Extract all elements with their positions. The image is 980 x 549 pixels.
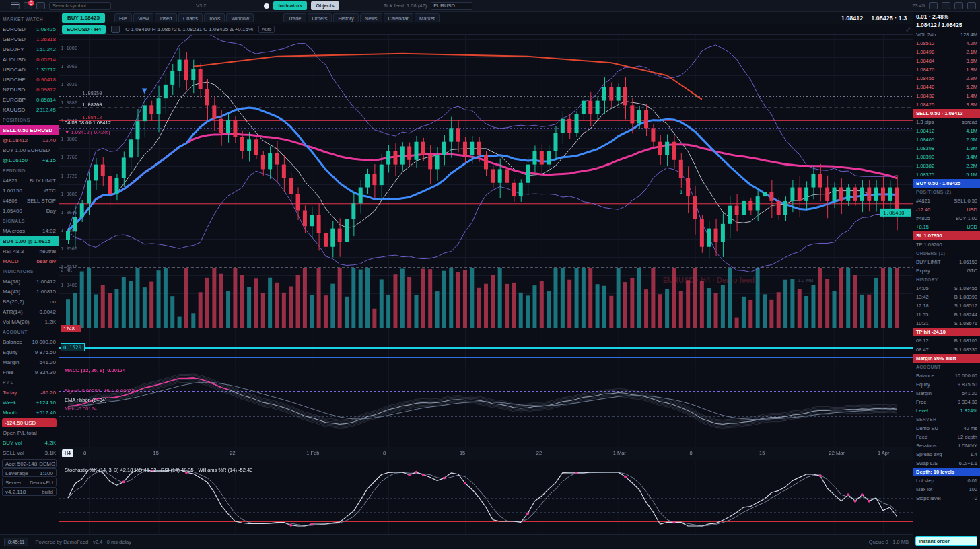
list-item[interactable]: 1.084701.8M	[913, 65, 980, 74]
list-item[interactable]: Month+512.40	[0, 408, 59, 418]
symbol-tag[interactable]: EURUSD · H4	[62, 25, 106, 34]
menu-item-insert[interactable]: Insert	[155, 13, 177, 22]
menu-icon[interactable]	[11, 2, 20, 9]
list-item[interactable]: BUY vol4.2K	[0, 438, 59, 448]
list-item[interactable]: SELL vol3.1K	[0, 448, 59, 458]
list-item[interactable]: MACDbear div	[0, 256, 59, 266]
list-item[interactable]: SessionsLDN/NY	[913, 441, 980, 450]
list-item[interactable]: 09:12B 1.08105	[913, 336, 980, 345]
list-item[interactable]: RSI 48.3neutral	[0, 246, 59, 256]
list-item[interactable]: @1.08412-12.40	[0, 135, 59, 145]
list-item[interactable]: Margin541.20	[913, 389, 980, 398]
list-item[interactable]: Equity9 875.50	[0, 347, 59, 357]
list-item[interactable]: 12:18S 1.08512	[913, 301, 980, 310]
objects-button[interactable]: Objects	[311, 1, 339, 10]
list-item[interactable]: 1.084405.2M	[913, 83, 980, 92]
chart-type-icon[interactable]	[111, 26, 120, 33]
list-item[interactable]: 1.085124.2M	[913, 39, 980, 48]
list-item[interactable]: 1.084982.1M	[913, 48, 980, 57]
list-item[interactable]: 1.084552.9M	[913, 74, 980, 83]
macd-panel-canvas[interactable]	[59, 365, 913, 447]
list-item[interactable]: VOL 24h128.4M	[913, 30, 980, 39]
list-item[interactable]: Max lot100	[913, 485, 980, 494]
list-item[interactable]: 1.06150GTC	[0, 186, 59, 196]
list-item[interactable]: AUDUSD0.65214	[0, 54, 59, 65]
price-chart-canvas[interactable]	[59, 35, 913, 365]
list-item[interactable]: 11:55B 1.08244	[913, 310, 980, 319]
list-item[interactable]: SL 1.07950	[913, 231, 980, 240]
menu-item-file[interactable]: File	[114, 13, 132, 22]
list-item[interactable]: 1.083903.4M	[913, 153, 980, 161]
tab-orders[interactable]: Orders	[308, 13, 332, 22]
list-item[interactable]: Leverage1:100	[2, 468, 57, 477]
list-item[interactable]: BUY LIMIT1.06150	[913, 258, 980, 266]
tab-history[interactable]: History	[333, 13, 358, 22]
list-item[interactable]: Swap L/S-6.2/+1.1	[913, 459, 980, 468]
list-item[interactable]: 1.084321.4M	[913, 92, 980, 100]
list-item[interactable]: Spread avg1.4	[913, 450, 980, 459]
list-item[interactable]: Free9 334.30	[913, 398, 980, 406]
list-item[interactable]: 1.084253.8M	[913, 100, 980, 109]
list-item[interactable]: 1.083822.2M	[913, 161, 980, 170]
list-item[interactable]: v4.2.118build	[2, 487, 57, 496]
list-item[interactable]: 10:31S 1.08671	[913, 319, 980, 328]
time-axis[interactable]: H4 815221 Feb815221 Mar81522 Mar1 Apr	[59, 447, 913, 460]
user-icon[interactable]	[954, 2, 963, 9]
list-item[interactable]: Acct 502-148DEMO	[2, 459, 57, 468]
list-item[interactable]: #4821SELL 0.50	[913, 196, 980, 205]
list-item[interactable]: BUY 1.00 EURUSD	[0, 145, 59, 155]
list-item[interactable]: NZDUSD0.59872	[0, 85, 59, 95]
menu-item-view[interactable]: View	[133, 13, 153, 22]
list-item[interactable]: -124.50 USD	[2, 418, 57, 427]
candles-icon[interactable]	[36, 2, 45, 9]
list-item[interactable]: Stops level0	[913, 494, 980, 503]
tab-market[interactable]: Market	[415, 13, 440, 22]
list-item[interactable]: @1.06150+8.15	[0, 155, 59, 166]
list-item[interactable]: USDCHF0.90418	[0, 75, 59, 85]
columns-icon[interactable]	[967, 2, 976, 9]
layout-icon[interactable]: 3	[24, 2, 32, 9]
list-item[interactable]: 08:47S 1.08330	[913, 345, 980, 354]
list-item[interactable]: FeedL2 depth	[913, 433, 980, 441]
list-item[interactable]: 13:42B 1.08390	[913, 293, 980, 301]
list-item[interactable]: Margin541.20	[0, 357, 59, 367]
list-item[interactable]: Today-86.20	[0, 388, 59, 398]
list-item[interactable]: Level1 824%	[913, 406, 980, 415]
menu-item-window[interactable]: Window	[226, 13, 254, 22]
bell-icon[interactable]	[929, 2, 938, 9]
list-item[interactable]: 1.3 pipsspread	[913, 118, 980, 126]
list-item[interactable]: EURGBP0.85814	[0, 95, 59, 105]
list-item[interactable]: ServerDemo-EU	[2, 478, 57, 486]
list-item[interactable]: #4809SELL STOP	[0, 196, 59, 206]
symbol-input[interactable]	[431, 2, 473, 10]
list-item[interactable]: Open P/L total	[0, 428, 59, 438]
list-item[interactable]: Balance10 000.00	[0, 337, 59, 347]
list-item[interactable]: MA(18)1.06412	[0, 277, 59, 287]
menu-item-charts[interactable]: Charts	[178, 13, 203, 22]
list-item[interactable]: #4821BUY LIMIT	[0, 176, 59, 186]
list-item[interactable]: Demo-EU42 ms	[913, 424, 980, 433]
list-item[interactable]: TP 1.09200	[913, 240, 980, 249]
list-item[interactable]: Vol MA(20)1.2K	[0, 317, 59, 327]
list-item[interactable]: Free9 334.30	[0, 367, 59, 377]
oscillator-panel-canvas[interactable]	[59, 460, 913, 534]
buy-button[interactable]: BUY 1.08425	[62, 13, 105, 23]
list-item[interactable]: SELL 0.50 EURUSD	[0, 125, 59, 135]
list-item[interactable]: 1.084843.6M	[913, 57, 980, 65]
list-item[interactable]: BUY 1.00 @ 1.0615	[0, 236, 59, 246]
list-item[interactable]: 14:05S 1.08455	[913, 284, 980, 293]
list-item[interactable]: 1.084124.1M	[913, 126, 980, 135]
indicators-button[interactable]: Indicators	[273, 1, 307, 10]
list-item[interactable]: ATR(14)0.0042	[0, 307, 59, 317]
list-item[interactable]: Margin 80% alert	[913, 354, 980, 363]
tab-news[interactable]: News	[360, 13, 382, 22]
record-icon[interactable]	[264, 3, 269, 9]
menu-item-tools[interactable]: Tools	[204, 13, 225, 22]
list-item[interactable]: USDJPY151.242	[0, 44, 59, 54]
list-item[interactable]: 1.05400Day	[0, 206, 59, 216]
list-item[interactable]: USDCAD1.35712	[0, 65, 59, 75]
tab-calendar[interactable]: Calendar	[384, 13, 413, 22]
list-item[interactable]: BB(20,2)on	[0, 297, 59, 307]
list-item[interactable]: SELL 0.50 · 1.08412	[913, 109, 980, 118]
list-item[interactable]: MA(45)1.06815	[0, 287, 59, 297]
